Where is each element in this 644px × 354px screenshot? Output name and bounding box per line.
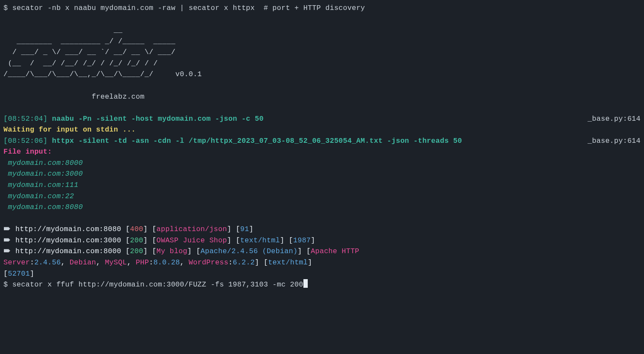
command-comment: # port + HTTP discovery bbox=[259, 4, 365, 12]
server-tech: Apache/2.4.56 (Debian) bbox=[201, 247, 297, 255]
result-line-cont: [52701] bbox=[3, 268, 641, 280]
command-text: secator -nb x naabu mydomain.com -raw | … bbox=[12, 4, 259, 12]
tech-name: PHP bbox=[136, 258, 149, 267]
content-type: text/html bbox=[268, 258, 308, 267]
ascii-art-line: (__ / __/ /__/ /_/ / /_/ /_/ / / bbox=[3, 58, 641, 69]
terminal[interactable]: $ secator -nb x naabu mydomain.com -raw … bbox=[3, 3, 641, 290]
status-code: 400 bbox=[130, 225, 143, 233]
tech-version: 6.2.2 bbox=[233, 258, 255, 267]
timestamp: [08:52:04] bbox=[3, 115, 48, 123]
page-title: My blog bbox=[156, 247, 187, 255]
result-url: http://mydomain.com:8000 bbox=[16, 247, 121, 255]
content-type: text/html bbox=[240, 236, 280, 245]
result-line: 🠶 http://mydomain.com:8000 [200] [My blo… bbox=[3, 246, 641, 257]
ascii-art-line: ________ _________ _/ /_____ _____ bbox=[3, 36, 641, 47]
result-url: http://mydomain.com:3000 bbox=[16, 236, 121, 245]
result-line: 🠶 http://mydomain.com:3000 [200] [OWASP … bbox=[3, 235, 641, 246]
content-length: 91 bbox=[240, 225, 249, 233]
file-input-item: mydomain.com:111 bbox=[3, 180, 641, 191]
tech-version: 8.0.28 bbox=[153, 258, 180, 267]
bullet-icon: 🠶 bbox=[3, 247, 16, 255]
blank-line bbox=[3, 80, 641, 91]
file-input-label: File input: bbox=[3, 146, 641, 158]
page-title: OWASP Juice Shop bbox=[156, 236, 227, 245]
content-length: 1987 bbox=[293, 236, 311, 245]
ascii-art-line: __ bbox=[3, 25, 641, 36]
content-length: 52701 bbox=[8, 270, 30, 278]
tech-name: MySQL bbox=[105, 258, 127, 267]
file-input-item: mydomain.com:8000 bbox=[3, 158, 641, 169]
log-line: [08:52:06] httpx -silent -td -asn -cdn -… bbox=[3, 135, 641, 147]
prompt: $ bbox=[3, 4, 8, 12]
ascii-art-line: /____/\___/\___/\__,_/\__/\____/_/ v0.0.… bbox=[3, 69, 641, 80]
file-input-item: mydomain.com:3000 bbox=[3, 168, 641, 180]
tech-name: Debian bbox=[70, 258, 96, 267]
file-input-item: mydomain.com:8080 bbox=[3, 202, 641, 213]
tech-name: Apache HTTP bbox=[311, 247, 363, 255]
result-line-cont: Server:2.4.56, Debian, MySQL, PHP:8.0.28… bbox=[3, 257, 641, 268]
prompt: $ bbox=[3, 280, 8, 289]
log-command: httpx -silent -td -asn -cdn -l /tmp/http… bbox=[52, 137, 462, 145]
result-url: http://mydomain.com:8080 bbox=[16, 225, 121, 233]
tech-name: WordPress bbox=[189, 258, 229, 267]
timestamp: [08:52:06] bbox=[3, 137, 48, 145]
status-code: 200 bbox=[130, 236, 143, 245]
log-source: _base.py:614 bbox=[581, 135, 641, 147]
log-command: naabu -Pn -silent -host mydomain.com -js… bbox=[52, 115, 264, 123]
bullet-icon: 🠶 bbox=[3, 225, 16, 233]
blank-line bbox=[3, 213, 641, 224]
file-input-item: mydomain.com:22 bbox=[3, 191, 641, 202]
tech-version: 2.4.56 bbox=[34, 258, 61, 267]
blank-line bbox=[3, 102, 641, 113]
result-line: 🠶 http://mydomain.com:8080 [400] [applic… bbox=[3, 224, 641, 235]
ascii-art-line: / ___/ _ \/ ___/ __ `/ __/ __ \/ ___/ bbox=[3, 47, 641, 58]
command-text: secator x ffuf http://mydomain.com:3000/… bbox=[12, 280, 303, 289]
waiting-message: Waiting for input on stdin ... bbox=[3, 124, 641, 135]
status-code: 200 bbox=[130, 247, 143, 255]
bullet-icon: 🠶 bbox=[3, 236, 16, 245]
blank-line bbox=[3, 14, 641, 25]
command-line-2[interactable]: $ secator x ffuf http://mydomain.com:300… bbox=[3, 279, 641, 290]
content-type: application/json bbox=[156, 225, 227, 233]
command-line-1: $ secator -nb x naabu mydomain.com -raw … bbox=[3, 3, 641, 14]
cursor-icon bbox=[303, 279, 308, 288]
log-line: [08:52:04] naabu -Pn -silent -host mydom… bbox=[3, 113, 641, 125]
ascii-footer: freelabz.com bbox=[3, 91, 641, 103]
tech-name: Server bbox=[3, 258, 30, 267]
log-source: _base.py:614 bbox=[581, 113, 641, 125]
